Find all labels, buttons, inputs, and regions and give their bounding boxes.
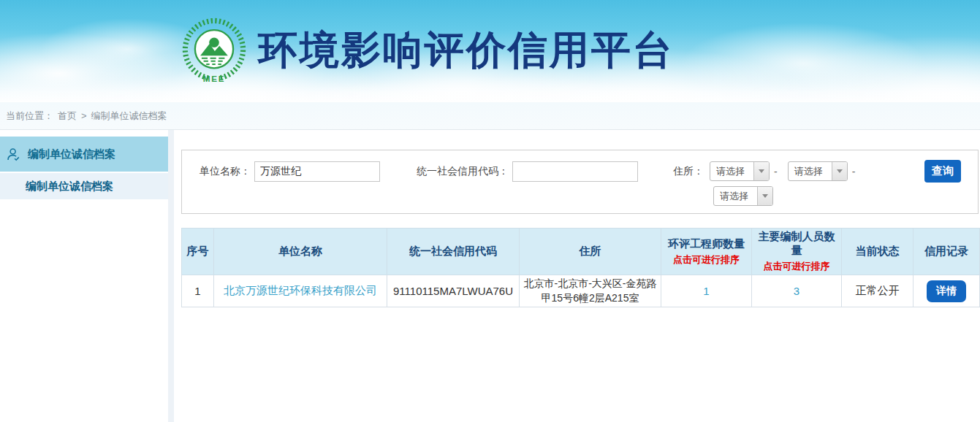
sidebar-divider: [168, 130, 174, 422]
col-header-credit-code: 统一社会信用代码: [387, 229, 520, 275]
results-table: 序号 单位名称 统一社会信用代码 住所 环评工程师数量 点击可进行排序 主要编制…: [181, 228, 980, 307]
sidebar-item-archive-group[interactable]: 编制单位诚信档案: [0, 137, 168, 172]
col-header-engineer-label: 环评工程师数量: [668, 237, 745, 250]
sort-hint-engineer[interactable]: 点击可进行排序: [664, 253, 749, 266]
table-row: 1 北京万源世纪环保科技有限公司 91110115MA7LWUA76U 北京市-…: [182, 275, 980, 307]
breadcrumb-home-link[interactable]: 首页: [58, 102, 77, 129]
search-row-1: 单位名称： 统一社会信用代码： 住所： 请选择 - 请选择 - 查询: [198, 160, 978, 183]
address-select-province[interactable]: 请选择: [710, 161, 770, 181]
address-select-city[interactable]: 请选择: [788, 161, 848, 181]
user-check-icon: [6, 147, 21, 162]
chevron-down-icon[interactable]: [753, 162, 769, 180]
results-table-wrap: 序号 单位名称 统一社会信用代码 住所 环评工程师数量 点击可进行排序 主要编制…: [181, 228, 980, 307]
chevron-down-icon[interactable]: [832, 162, 847, 180]
engineer-count-link[interactable]: 1: [703, 285, 709, 297]
cell-address: 北京市-北京市-大兴区-金苑路甲15号6幢2层A215室: [520, 275, 661, 307]
breadcrumb: 当前位置： 首页 > 编制单位诚信档案: [0, 102, 980, 130]
col-header-staff-count-sortable[interactable]: 主要编制人员数量 点击可进行排序: [752, 229, 842, 275]
cell-index: 1: [182, 275, 214, 307]
staff-count-link[interactable]: 3: [794, 285, 799, 297]
query-button[interactable]: 查询: [924, 160, 961, 183]
col-header-unit-name: 单位名称: [214, 229, 387, 275]
site-title: 环境影响评价信用平台: [258, 24, 675, 77]
site-header: MEE 环境影响评价信用平台: [0, 0, 980, 102]
col-header-status: 当前状态: [842, 229, 913, 275]
chevron-down-icon[interactable]: [757, 187, 772, 205]
breadcrumb-current: 编制单位诚信档案: [91, 102, 167, 129]
col-header-engineer-count-sortable[interactable]: 环评工程师数量 点击可进行排序: [661, 229, 752, 275]
detail-button[interactable]: 详情: [927, 280, 966, 302]
cell-engineer-count: 1: [661, 275, 752, 307]
sidebar-item-archive[interactable]: 编制单位诚信档案: [0, 173, 168, 199]
cell-unit-name: 北京万源世纪环保科技有限公司: [214, 275, 387, 307]
address-dash-2: -: [852, 166, 856, 177]
brand: MEE 环境影响评价信用平台: [181, 16, 675, 85]
col-header-address: 住所: [520, 229, 661, 275]
col-header-index: 序号: [182, 229, 214, 275]
search-form: 单位名称： 统一社会信用代码： 住所： 请选择 - 请选择 - 查询: [181, 150, 979, 214]
search-row-2: 请选择: [713, 186, 978, 206]
select-value: 请选择: [710, 162, 753, 180]
unit-name-label: 单位名称：: [198, 165, 251, 178]
cell-status: 正常公开: [842, 275, 913, 307]
credit-code-input[interactable]: [512, 161, 638, 182]
sidebar-item-label: 编制单位诚信档案: [28, 147, 115, 161]
unit-name-link[interactable]: 北京万源世纪环保科技有限公司: [224, 284, 377, 296]
mee-logo-text: MEE: [203, 74, 226, 83]
address-dash-1: -: [774, 166, 778, 177]
credit-code-label: 统一社会信用代码：: [417, 165, 509, 178]
sidebar-subitem-label: 编制单位诚信档案: [26, 180, 113, 193]
page: MEE 环境影响评价信用平台 当前位置： 首页 > 编制单位诚信档案 编制单位诚…: [0, 0, 980, 422]
cell-staff-count: 3: [752, 275, 842, 307]
main-content: 单位名称： 统一社会信用代码： 住所： 请选择 - 请选择 - 查询: [174, 130, 980, 422]
col-header-credit-record: 信用记录: [913, 229, 980, 275]
breadcrumb-separator: >: [81, 102, 87, 129]
page-body: 编制单位诚信档案 编制单位诚信档案 单位名称： 统一社会信用代码： 住所： 请选…: [0, 130, 980, 422]
select-value: 请选择: [714, 187, 757, 205]
select-value: 请选择: [789, 162, 832, 180]
col-header-staff-label: 主要编制人员数量: [759, 230, 835, 256]
table-header-row: 序号 单位名称 统一社会信用代码 住所 环评工程师数量 点击可进行排序 主要编制…: [182, 229, 980, 275]
mee-logo-icon: MEE: [181, 16, 247, 85]
address-select-district[interactable]: 请选择: [713, 186, 773, 206]
unit-name-input[interactable]: [254, 161, 380, 182]
sidebar: 编制单位诚信档案 编制单位诚信档案: [0, 130, 168, 422]
cell-credit-record: 详情: [913, 275, 980, 307]
sort-hint-staff[interactable]: 点击可进行排序: [754, 260, 839, 273]
address-label: 住所：: [673, 165, 704, 178]
breadcrumb-label: 当前位置：: [6, 102, 53, 129]
cell-credit-code: 91110115MA7LWUA76U: [387, 275, 520, 307]
